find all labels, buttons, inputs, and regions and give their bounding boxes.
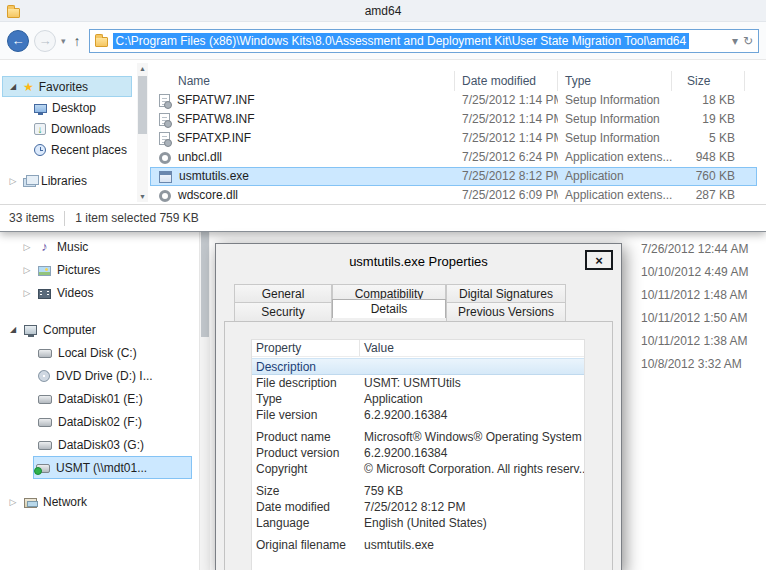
videos-icon bbox=[38, 289, 51, 299]
address-dropdown-icon[interactable]: ▾ bbox=[732, 34, 738, 48]
file-row[interactable]: SFPATXP.INF 7/25/2012 1:14 PM Setup Info… bbox=[150, 129, 757, 148]
property-row[interactable]: Size 759 KB bbox=[252, 483, 584, 499]
file-size: 760 KB bbox=[672, 167, 745, 186]
file-row[interactable]: SFPATW8.INF 7/25/2012 1:14 PM Setup Info… bbox=[150, 110, 757, 129]
property-name: File description bbox=[252, 375, 360, 391]
tab-details[interactable]: Details bbox=[332, 299, 446, 318]
scrollbar-thumb[interactable] bbox=[201, 232, 209, 337]
row-padding bbox=[745, 110, 757, 129]
sidebar-item-videos[interactable]: ▷ Videos bbox=[0, 281, 198, 304]
property-row[interactable]: Language English (United States) bbox=[252, 515, 584, 531]
sidebar-item-computer[interactable]: ◢ Computer bbox=[0, 318, 198, 341]
sidebar-item-libraries[interactable]: ▷ Libraries bbox=[0, 170, 132, 191]
disk-icon bbox=[38, 418, 52, 427]
exe-file-icon bbox=[159, 171, 172, 183]
property-value: Microsoft® Windows® Operating System bbox=[360, 429, 584, 445]
sidebar-item-dvd-drive-d[interactable]: DVD Drive (D:) I... bbox=[0, 364, 198, 387]
sidebar-item-pictures[interactable]: ▷ Pictures bbox=[0, 258, 198, 281]
sidebar-item-network[interactable]: ▷ Network bbox=[0, 490, 198, 513]
file-type: Setup Information bbox=[558, 91, 672, 110]
music-icon: ♪ bbox=[38, 240, 51, 253]
collapse-arrow-icon[interactable]: ▷ bbox=[8, 497, 18, 507]
sidebar-item-label: DataDisk02 (F:) bbox=[58, 415, 142, 429]
column-header-size[interactable]: Size bbox=[672, 71, 745, 91]
address-bar[interactable]: C:\Program Files (x86)\Windows Kits\8.0\… bbox=[89, 29, 759, 53]
tab-security[interactable]: Security bbox=[234, 302, 332, 321]
pictures-icon bbox=[38, 266, 51, 276]
file-row[interactable]: SFPATW7.INF 7/25/2012 1:14 PM Setup Info… bbox=[150, 91, 757, 110]
sidebar-scrollbar[interactable]: ▲ ▼ bbox=[137, 63, 148, 202]
up-button[interactable]: ↑ bbox=[71, 33, 84, 49]
background-sidebar-scrollbar[interactable] bbox=[199, 232, 210, 570]
status-divider bbox=[64, 211, 65, 226]
setup-file-icon bbox=[159, 113, 170, 126]
property-row[interactable]: Date modified 7/25/2012 8:12 PM bbox=[252, 499, 584, 515]
computer-icon bbox=[24, 325, 37, 335]
tab-row-front: Security Details Previous Versions bbox=[234, 302, 566, 321]
dvd-icon bbox=[38, 370, 50, 382]
disk-icon bbox=[38, 441, 52, 450]
tab-general[interactable]: General bbox=[234, 284, 332, 302]
row-padding bbox=[745, 129, 757, 148]
expand-arrow-icon[interactable]: ◢ bbox=[8, 325, 18, 334]
row-padding bbox=[745, 186, 757, 204]
property-name: Product name bbox=[252, 429, 360, 445]
property-row[interactable]: File version 6.2.9200.16384 bbox=[252, 407, 584, 423]
scrollbar-thumb[interactable] bbox=[138, 76, 147, 134]
column-header-name[interactable]: Name bbox=[150, 71, 455, 91]
file-type: Application extens... bbox=[558, 148, 672, 167]
property-row[interactable]: Product name Microsoft® Windows® Operati… bbox=[252, 429, 584, 445]
refresh-icon[interactable]: ↻ bbox=[743, 34, 753, 48]
column-header-date-modified[interactable]: Date modified bbox=[455, 71, 558, 91]
back-button[interactable]: ← bbox=[7, 30, 29, 52]
column-header-padding bbox=[745, 71, 757, 91]
file-row-selected[interactable]: usmtutils.exe 7/25/2012 8:12 PM Applicat… bbox=[150, 167, 757, 186]
status-bar: 33 items 1 item selected 759 KB bbox=[0, 204, 766, 231]
expand-arrow-icon[interactable]: ◢ bbox=[8, 82, 18, 91]
file-row[interactable]: unbcl.dll 7/25/2012 6:24 PM Application … bbox=[150, 148, 757, 167]
disk-icon bbox=[38, 349, 52, 358]
section-header-description: Description bbox=[252, 358, 584, 375]
sidebar-item-label: Favorites bbox=[39, 80, 88, 94]
background-date-column: 7/26/2012 12:44 AM 10/10/2012 4:49 AM 10… bbox=[641, 238, 748, 376]
property-list-header: Property Value bbox=[252, 340, 584, 357]
sidebar-item-favorites[interactable]: ◢ ★ Favorites bbox=[2, 76, 132, 97]
sidebar-item-datadisk02-f[interactable]: DataDisk02 (F:) bbox=[0, 410, 198, 433]
file-size: 287 KB bbox=[672, 186, 745, 204]
sidebar-item-datadisk01-e[interactable]: DataDisk01 (E:) bbox=[0, 387, 198, 410]
property-row[interactable]: Copyright © Microsoft Corporation. All r… bbox=[252, 461, 584, 477]
history-dropdown-icon[interactable]: ▾ bbox=[61, 36, 66, 46]
forward-button[interactable]: → bbox=[34, 30, 56, 52]
collapse-arrow-icon[interactable]: ▷ bbox=[8, 176, 18, 186]
property-row[interactable]: File description USMT: USMTUtils bbox=[252, 375, 584, 391]
sidebar-item-downloads[interactable]: Downloads bbox=[0, 118, 132, 139]
tab-previous-versions[interactable]: Previous Versions bbox=[446, 302, 566, 321]
column-header-type[interactable]: Type bbox=[558, 71, 672, 91]
dialog-title: usmtutils.exe Properties bbox=[349, 254, 488, 269]
collapse-arrow-icon[interactable]: ▷ bbox=[22, 265, 32, 275]
sidebar-item-recent-places[interactable]: Recent places bbox=[0, 139, 132, 160]
date-modified-value: 10/8/2012 3:32 AM bbox=[641, 353, 748, 376]
file-date: 7/25/2012 6:09 PM bbox=[455, 186, 558, 204]
sidebar-item-datadisk03-g[interactable]: DataDisk03 (G:) bbox=[0, 433, 198, 456]
collapse-arrow-icon[interactable]: ▷ bbox=[22, 242, 32, 252]
property-row[interactable]: Type Application bbox=[252, 391, 584, 407]
sidebar-item-usmt-share[interactable]: USMT (\\mdt01... bbox=[33, 456, 192, 479]
tab-digital-signatures[interactable]: Digital Signatures bbox=[446, 284, 566, 302]
sidebar-item-desktop[interactable]: Desktop bbox=[0, 97, 132, 118]
scroll-down-icon[interactable]: ▼ bbox=[137, 191, 148, 202]
sidebar-item-label: Desktop bbox=[52, 101, 96, 115]
sidebar-item-music[interactable]: ▷ ♪ Music bbox=[0, 235, 198, 258]
property-row[interactable]: Product version 6.2.9200.16384 bbox=[252, 445, 584, 461]
collapse-arrow-icon[interactable]: ▷ bbox=[22, 288, 32, 298]
file-name: unbcl.dll bbox=[178, 148, 222, 167]
scroll-up-icon[interactable]: ▲ bbox=[137, 63, 148, 74]
file-row[interactable]: wdscore.dll 7/25/2012 6:09 PM Applicatio… bbox=[150, 186, 757, 204]
network-drive-icon bbox=[36, 464, 50, 473]
close-button[interactable]: × bbox=[585, 250, 613, 270]
property-row[interactable]: Original filename usmtutils.exe bbox=[252, 537, 584, 553]
sidebar-item-local-disk-c[interactable]: Local Disk (C:) bbox=[0, 341, 198, 364]
property-value: 759 KB bbox=[360, 483, 584, 499]
window-folder-icon bbox=[7, 8, 20, 18]
property-name: Product version bbox=[252, 445, 360, 461]
